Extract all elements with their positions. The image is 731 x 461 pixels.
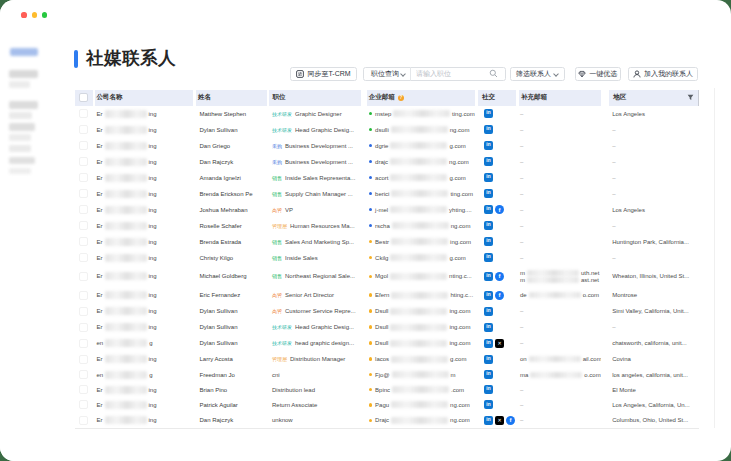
filter-contacts-button[interactable]: 筛选联系人 xyxy=(510,67,565,82)
add-to-my-contacts-button[interactable]: 加入我的联系人 xyxy=(628,67,698,82)
row-checkbox[interactable] xyxy=(79,157,88,166)
linkedin-icon[interactable]: in xyxy=(484,339,493,348)
linkedin-icon[interactable]: in xyxy=(484,157,493,166)
email-status-dot xyxy=(369,192,372,195)
linkedin-icon[interactable]: in xyxy=(484,141,493,150)
facebook-icon[interactable]: f xyxy=(495,291,504,300)
table-row[interactable]: EringEric Fernandez高管Senior Art Director… xyxy=(0,287,731,303)
row-checkbox[interactable] xyxy=(79,205,88,214)
position-search-input[interactable] xyxy=(411,68,489,81)
row-checkbox[interactable] xyxy=(79,237,88,246)
header-cell-checkbox xyxy=(75,90,94,106)
table-row[interactable]: EringBrian PinoDistribution leadBpinc.co… xyxy=(0,382,731,397)
linkedin-icon[interactable]: in xyxy=(484,385,493,394)
close-window-button[interactable] xyxy=(21,12,26,17)
table-row[interactable]: engDylan Sullivan技术研发head graphic design… xyxy=(0,335,731,351)
row-checkbox[interactable] xyxy=(79,272,88,281)
email-prefix: Bpinc xyxy=(375,387,390,393)
search-icon[interactable] xyxy=(489,69,498,78)
row-checkbox-cell xyxy=(75,303,94,319)
table-row[interactable]: EringLarry Acosta管理层Distribution Manager… xyxy=(0,351,731,367)
cell-position: 采购Business Development ... xyxy=(269,138,361,154)
linkedin-icon[interactable]: in xyxy=(484,221,493,230)
row-checkbox[interactable] xyxy=(79,370,88,379)
linkedin-icon[interactable]: in xyxy=(484,323,493,332)
row-checkbox[interactable] xyxy=(79,291,88,300)
table-row[interactable]: EringMatthew Stephen技术研发Graphic Designer… xyxy=(0,106,731,122)
x-icon[interactable]: ✕ xyxy=(495,416,504,425)
sync-to-tcrm-button[interactable]: 同步至T-CRM xyxy=(290,67,357,82)
linkedin-icon[interactable]: in xyxy=(484,253,493,262)
linkedin-icon[interactable]: in xyxy=(484,173,493,182)
table-row[interactable]: EringAmanda Ignelzi销售Inside Sales Repres… xyxy=(0,170,731,186)
row-checkbox[interactable] xyxy=(79,253,88,262)
row-checkbox[interactable] xyxy=(79,400,88,409)
linkedin-icon[interactable]: in xyxy=(484,307,493,316)
sidebar-item[interactable] xyxy=(9,81,30,88)
linkedin-icon[interactable]: in xyxy=(484,370,493,379)
row-checkbox[interactable] xyxy=(79,385,88,394)
supp-email-empty: – xyxy=(520,175,523,181)
table-row[interactable]: EringJoshua Mehraban高管VPj-melyhting....i… xyxy=(0,202,731,218)
select-all-checkbox[interactable] xyxy=(79,93,88,102)
row-checkbox[interactable] xyxy=(79,416,88,425)
row-checkbox[interactable] xyxy=(79,221,88,230)
facebook-icon[interactable]: f xyxy=(506,416,515,425)
linkedin-icon[interactable]: in xyxy=(484,416,493,425)
email-redacted xyxy=(390,254,447,261)
table-row[interactable]: EringDan RajczykunknowDrajcng.comin✕f–Co… xyxy=(0,413,731,428)
position-category-tag: 技术研发 xyxy=(272,111,292,117)
row-checkbox[interactable] xyxy=(79,173,88,182)
linkedin-icon[interactable]: in xyxy=(484,355,493,364)
table-row[interactable]: engFreedman JocniFjo@minmao.comlos angel… xyxy=(0,367,731,382)
table-row[interactable]: EringDan Rajczyk采购Business Development .… xyxy=(0,154,731,170)
maximize-window-button[interactable] xyxy=(42,12,47,17)
position-query-select[interactable]: 职位查询 xyxy=(364,69,410,79)
table-row[interactable]: EringPatrick AguilarReturn AssociatePagu… xyxy=(0,397,731,412)
linkedin-icon[interactable]: in xyxy=(484,189,493,198)
table-row[interactable]: EringRoselle Schafer管理层Human Resources M… xyxy=(0,218,731,234)
row-checkbox[interactable] xyxy=(79,339,88,348)
header-cell-social: 社交 xyxy=(478,90,516,106)
supp-email-empty: – xyxy=(520,255,523,261)
table-row[interactable]: EringDan Griego采购Business Development ..… xyxy=(0,138,731,154)
row-checkbox-cell xyxy=(75,319,94,335)
filter-funnel-icon[interactable] xyxy=(687,94,694,101)
company-suffix: ing xyxy=(149,387,157,393)
table-row[interactable]: EringDylan Sullivan技术研发Head Graphic Desi… xyxy=(0,319,731,335)
one-click-optimize-button[interactable]: 一键优选 xyxy=(575,67,621,82)
minimize-window-button[interactable] xyxy=(32,12,37,17)
linkedin-icon[interactable]: in xyxy=(484,400,493,409)
linkedin-icon[interactable]: in xyxy=(484,125,493,134)
facebook-icon[interactable]: f xyxy=(495,205,504,214)
linkedin-icon[interactable]: in xyxy=(484,109,493,118)
linkedin-icon[interactable]: in xyxy=(484,205,493,214)
sidebar-item[interactable] xyxy=(9,70,38,78)
company-suffix: ing xyxy=(149,308,157,314)
cell-position: 高管VP xyxy=(269,202,361,218)
table-row[interactable]: EringBrenda Estrada销售Sales And Marketing… xyxy=(0,234,731,250)
table-row[interactable]: EringChristy Kilgo销售Inside SalesCkilgg.c… xyxy=(0,250,731,266)
linkedin-icon[interactable]: in xyxy=(484,272,493,281)
table-row[interactable]: EringDylan Sullivan高管Customer Service Re… xyxy=(0,303,731,319)
linkedin-icon[interactable]: in xyxy=(484,237,493,246)
facebook-icon[interactable]: f xyxy=(495,272,504,281)
table-row[interactable]: EringBrenda Erickson Pe销售Supply Chain Ma… xyxy=(0,186,731,202)
row-checkbox[interactable] xyxy=(79,307,88,316)
row-checkbox[interactable] xyxy=(79,355,88,364)
table-row[interactable]: EringDylan Sullivan技术研发Head Graphic Desi… xyxy=(0,122,731,138)
cell-position: 技术研发head graphic design... xyxy=(269,335,361,351)
x-icon[interactable]: ✕ xyxy=(495,339,504,348)
supp-email-empty: – xyxy=(520,143,523,149)
sidebar-item-active[interactable] xyxy=(10,48,38,56)
supp-email-redacted xyxy=(530,372,582,378)
row-checkbox[interactable] xyxy=(79,109,88,118)
row-checkbox[interactable] xyxy=(79,125,88,134)
row-checkbox[interactable] xyxy=(79,189,88,198)
row-checkbox[interactable] xyxy=(79,323,88,332)
cell-company: Ering xyxy=(95,154,193,170)
row-checkbox[interactable] xyxy=(79,141,88,150)
help-icon[interactable]: ? xyxy=(398,95,405,102)
table-row[interactable]: EringMichael Goldberg销售Northeast Regiona… xyxy=(0,266,731,288)
linkedin-icon[interactable]: in xyxy=(484,291,493,300)
